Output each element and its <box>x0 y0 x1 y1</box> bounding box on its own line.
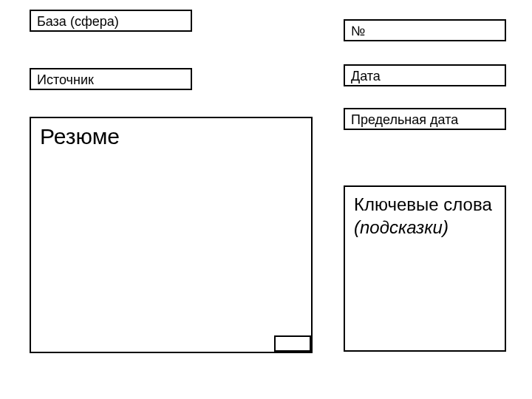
keywords-hint-text: (подсказки) <box>354 217 449 237</box>
source-label: Источник <box>31 69 191 91</box>
keywords-label: Ключевые слова (подсказки) <box>345 187 505 245</box>
deadline-field[interactable]: Предельная дата <box>344 108 506 130</box>
base-field[interactable]: База (сфера) <box>30 10 192 32</box>
summary-field[interactable]: Резюме <box>30 117 313 353</box>
keywords-main-text: Ключевые слова <box>354 194 492 214</box>
date-field[interactable]: Дата <box>344 64 506 86</box>
summary-label: Резюме <box>31 118 311 155</box>
small-indicator-box <box>274 335 311 352</box>
keywords-field[interactable]: Ключевые слова (подсказки) <box>344 185 506 352</box>
source-field[interactable]: Источник <box>30 68 192 90</box>
number-field[interactable]: № <box>344 19 506 41</box>
base-label: База (сфера) <box>31 11 191 33</box>
date-label: Дата <box>345 66 505 87</box>
number-label: № <box>345 21 505 42</box>
deadline-label: Предельная дата <box>345 109 505 131</box>
